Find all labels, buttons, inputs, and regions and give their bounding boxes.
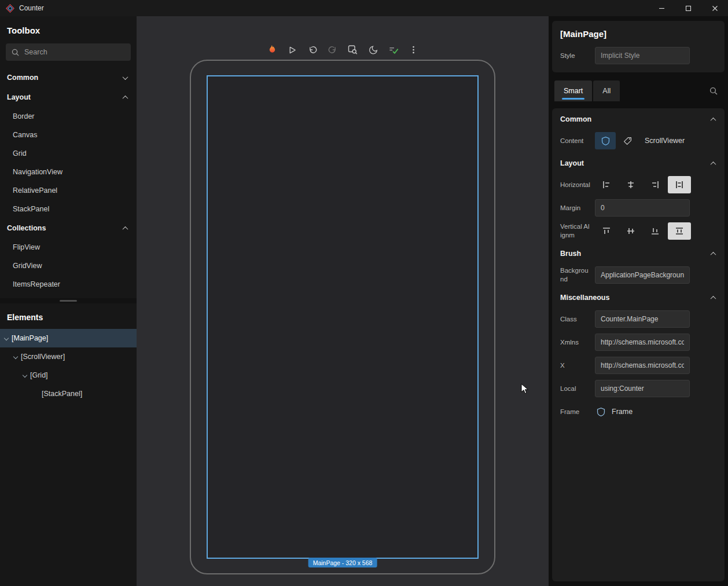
design-surface[interactable] xyxy=(207,75,479,559)
close-button[interactable] xyxy=(701,0,728,16)
hot-reload-button[interactable] xyxy=(264,42,280,58)
validation-button[interactable] xyxy=(385,42,402,58)
minimize-button[interactable] xyxy=(648,0,675,16)
tree-item-stackpanel[interactable]: [StackPanel] xyxy=(0,384,137,403)
section-brush[interactable]: Brush xyxy=(552,243,725,263)
redo-button[interactable] xyxy=(325,42,341,58)
control-shield-icon xyxy=(596,407,606,417)
toolbox-search-input[interactable] xyxy=(24,48,126,56)
toolbox-item-stackpanel[interactable]: StackPanel xyxy=(0,200,137,218)
valign-center-button[interactable] xyxy=(619,222,642,240)
content-binding-button[interactable] xyxy=(617,132,638,149)
vertical-alignment-group xyxy=(595,222,691,240)
local-input[interactable] xyxy=(595,380,690,397)
panel-splitter[interactable] xyxy=(0,298,137,303)
toolbox-item-grid[interactable]: Grid xyxy=(0,144,137,163)
device-frame: MainPage - 320 x 568 xyxy=(190,60,495,574)
toolbox-item-navigationview[interactable]: NavigationView xyxy=(0,163,137,181)
selected-element-title: [MainPage] xyxy=(560,29,716,39)
maximize-button[interactable] xyxy=(675,0,701,16)
selection-card: [MainPage] Style xyxy=(552,21,725,72)
more-button[interactable] xyxy=(406,42,422,58)
background-row: Background xyxy=(552,263,725,287)
halign-stretch-button[interactable] xyxy=(668,176,691,193)
minimize-icon xyxy=(659,5,665,12)
tab-all[interactable]: All xyxy=(593,80,620,101)
horizontal-alignment-row: Horizontal xyxy=(552,173,725,196)
valign-stretch-button[interactable] xyxy=(668,222,691,240)
halign-center-button[interactable] xyxy=(619,176,642,193)
toolbox-item-flipview[interactable]: FlipView xyxy=(0,238,137,257)
toolbox-section-layout[interactable]: Layout xyxy=(0,87,137,107)
align-center-v-icon xyxy=(626,226,635,236)
align-bottom-icon xyxy=(650,226,660,236)
toolbox-section-common[interactable]: Common xyxy=(0,68,137,87)
class-label: Class xyxy=(560,315,590,324)
background-label: Background xyxy=(560,266,590,284)
chevron-up-icon xyxy=(711,117,716,123)
x-input[interactable] xyxy=(595,357,690,374)
tree-item-label: [StackPanel] xyxy=(42,390,82,398)
mouse-cursor xyxy=(521,383,530,395)
inspector-tabs: Smart All xyxy=(552,80,725,101)
search-icon xyxy=(11,48,20,57)
window-title: Counter xyxy=(19,4,44,12)
margin-row: Margin xyxy=(552,196,725,219)
maximize-icon xyxy=(685,5,692,12)
tree-item-grid[interactable]: [Grid] xyxy=(0,366,137,384)
style-row: Style xyxy=(560,47,716,64)
tab-smart[interactable]: Smart xyxy=(554,80,592,101)
section-label: Common xyxy=(560,115,591,123)
control-shield-icon xyxy=(601,136,611,146)
theme-toggle-button[interactable] xyxy=(365,42,381,58)
align-center-h-icon xyxy=(626,180,635,189)
page-size-badge: MainPage - 320 x 568 xyxy=(308,558,377,567)
valign-top-button[interactable] xyxy=(595,222,618,240)
xmlns-label: Xmlns xyxy=(560,338,590,347)
content-mode-group xyxy=(595,132,638,149)
app-window: Counter Toolbox C xyxy=(0,0,728,586)
halign-left-button[interactable] xyxy=(595,176,618,193)
toolbox-item-gridview[interactable]: GridView xyxy=(0,257,137,275)
toolbox-item-relativepanel[interactable]: RelativePanel xyxy=(0,181,137,200)
align-top-icon xyxy=(602,226,611,236)
toolbox-item-canvas[interactable]: Canvas xyxy=(0,126,137,144)
tree-item-label: [MainPage] xyxy=(12,334,48,342)
moon-icon xyxy=(368,45,378,55)
frame-label: Frame xyxy=(560,408,590,416)
style-input[interactable] xyxy=(595,47,690,64)
toolbox-item-itemsrepeater[interactable]: ItemsRepeater xyxy=(0,275,137,294)
content-element-button[interactable] xyxy=(595,132,616,149)
section-layout[interactable]: Layout xyxy=(552,152,725,173)
section-label: Collections xyxy=(7,224,46,232)
inspect-button[interactable] xyxy=(345,42,361,58)
class-input[interactable] xyxy=(595,310,690,328)
xmlns-input[interactable] xyxy=(595,334,690,351)
background-input[interactable] xyxy=(595,266,690,284)
property-inspector: [MainPage] Style Smart All xyxy=(549,16,728,586)
tree-item-label: [Grid] xyxy=(30,371,48,379)
halign-right-button[interactable] xyxy=(644,176,667,193)
margin-input[interactable] xyxy=(595,199,690,217)
frame-value-group: Frame xyxy=(596,407,633,417)
property-search-button[interactable] xyxy=(705,82,722,100)
left-panel: Toolbox Common Layout Border Canvas Grid… xyxy=(0,16,137,586)
content-value: ScrollViewer xyxy=(645,137,685,145)
tree-item-scrollviewer[interactable]: [ScrollViewer] xyxy=(0,347,137,366)
play-button[interactable] xyxy=(284,42,300,58)
kebab-menu-icon xyxy=(409,45,418,54)
section-miscellaneous[interactable]: Miscellaneous xyxy=(552,287,725,307)
undo-icon xyxy=(307,45,317,55)
toolbox-section-collections[interactable]: Collections xyxy=(0,218,137,238)
x-row: X xyxy=(552,354,725,377)
section-common[interactable]: Common xyxy=(552,108,725,129)
toolbox-item-border[interactable]: Border xyxy=(0,107,137,126)
undo-button[interactable] xyxy=(304,42,321,58)
tree-item-mainpage[interactable]: [MainPage] xyxy=(0,329,137,347)
flame-icon xyxy=(267,45,277,55)
caret-down-icon xyxy=(23,373,27,378)
horizontal-alignment-group xyxy=(595,176,691,193)
x-label: X xyxy=(560,361,590,370)
class-row: Class xyxy=(552,307,725,331)
valign-bottom-button[interactable] xyxy=(644,222,667,240)
